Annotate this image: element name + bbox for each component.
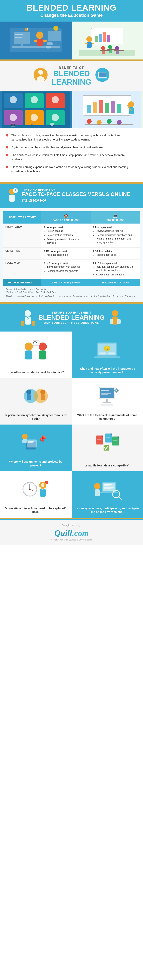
svg-point-52: [10, 96, 17, 103]
question-cell-1: 💬 How often will students meet face to f…: [0, 331, 72, 378]
svg-point-27: [101, 46, 105, 50]
benefit-item-1: The combination of live, interactive, fa…: [6, 133, 137, 142]
bullet-2: [6, 146, 8, 148]
svg-rect-159: [104, 488, 111, 489]
svg-rect-163: [95, 489, 100, 496]
benefit-item-4: Blended learning expands the walls of th…: [6, 165, 137, 173]
svg-point-111: [40, 390, 45, 395]
svg-rect-1: [12, 46, 60, 48]
svg-text:💡: 💡: [105, 347, 109, 350]
header-title-blended: BLENDED LEARNING: [4, 3, 139, 12]
activity-label-prep: PREPARATION: [3, 224, 42, 248]
col-header-activity: INSTRUCTOR ACTIVITY: [3, 212, 42, 224]
svg-point-88: [32, 321, 35, 324]
comparison-table: INSTRUCTOR ACTIVITY 🏫 FACE-TO-FACE CLASS…: [3, 212, 140, 286]
svg-rect-116: [101, 391, 107, 392]
classroom-photos-band: 📷 🎤 💬: [0, 91, 143, 128]
svg-rect-76: [85, 124, 133, 125]
benefits-section-header: BENEFITS OF BLENDED LEARNING: [0, 61, 143, 91]
activity-label-classtime: CLASS TIME: [3, 247, 42, 259]
benefit-item-3: The ability to watch instruction multipl…: [6, 153, 137, 161]
benefit-text-1: The combination of live, interactive, fa…: [11, 133, 137, 142]
divider-1: [0, 59, 143, 61]
svg-rect-118: [101, 395, 108, 395]
svg-text:✅: ✅: [103, 445, 109, 451]
svg-point-83: [25, 310, 31, 317]
svg-point-29: [108, 45, 112, 49]
table-row-preparation: PREPARATION 2 hours per week Review read…: [3, 224, 140, 248]
benefits-laptop-icon: [95, 68, 109, 84]
svg-point-148: [29, 488, 31, 490]
benefit-text-2: Digital content can be more flexible and…: [11, 145, 104, 150]
svg-rect-151: [42, 483, 44, 487]
svg-rect-137: [106, 438, 110, 438]
footer: Brought to you by: Quill.com A smarter w…: [0, 519, 143, 545]
svg-point-37: [38, 70, 43, 75]
svg-text:💬: 💬: [50, 123, 55, 127]
activity-label-followup: FOLLOW-UP: [3, 259, 42, 279]
table-note: Source: Building Online Learning Communi…: [3, 286, 140, 299]
svg-rect-43: [100, 75, 104, 75]
svg-rect-120: [103, 402, 111, 403]
table-row-followup: FOLLOW-UP 2 to 3 hours per week Individu…: [3, 259, 140, 279]
svg-rect-105: [99, 353, 106, 355]
svg-rect-34: [107, 49, 117, 50]
question-text-1: How often will students meet face to fac…: [8, 369, 64, 374]
face-class-icon: 🏫: [44, 213, 88, 218]
online-total: 18 to 19 hours per week: [91, 279, 140, 286]
benefits-pre-label: BENEFITS OF: [51, 66, 91, 70]
footer-tagline: A smarter way to do your job is, 100% of…: [4, 539, 139, 541]
time-effort-header: TIME AND EFFORT OF FACE-TO-FACE CLASSES …: [0, 184, 143, 208]
svg-rect-158: [104, 487, 114, 488]
svg-rect-33: [100, 50, 110, 51]
svg-rect-15: [47, 42, 53, 45]
svg-rect-112: [41, 395, 45, 400]
svg-rect-138: [106, 439, 111, 439]
question-text-3: Is participation synchronous/asynchronou…: [3, 412, 68, 420]
table-authors: *Review by Paloff, Pratt & Patrick from …: [6, 291, 137, 294]
svg-rect-142: [113, 442, 116, 442]
svg-point-23: [87, 36, 92, 42]
online-class-icon: 💻: [93, 213, 138, 218]
table-row-total: TOTAL FOR THE WEEK 6 1/2 to 7 hours per …: [3, 279, 140, 286]
activity-label-total: TOTAL FOR THE WEEK: [3, 279, 42, 286]
question-scene-5: 📌: [3, 428, 68, 457]
question-scene-2: 💡: [75, 336, 140, 363]
question-scene-3: [3, 382, 68, 410]
svg-text:📷: 📷: [11, 123, 15, 127]
question-scene-6: ✅: [75, 428, 140, 457]
question-cell-3: Is participation synchronous/asynchronou…: [0, 378, 72, 425]
divider-2: [0, 182, 143, 184]
time-effort-label: TIME AND EFFORT OF: [22, 188, 138, 191]
online-content-prep: 2 hours per week Review assigned reading…: [91, 224, 140, 248]
svg-rect-44: [100, 76, 103, 76]
face-content-prep: 2 hours per week Review reading Review l…: [42, 224, 91, 248]
svg-rect-8: [48, 31, 61, 41]
svg-rect-9: [15, 34, 23, 35]
svg-point-152: [45, 480, 48, 484]
svg-rect-24: [87, 42, 92, 48]
benefit-item-2: Digital content can be more flexible and…: [6, 145, 137, 150]
svg-point-56: [31, 114, 38, 121]
svg-point-109: [26, 390, 31, 395]
svg-text:💬: 💬: [33, 341, 37, 345]
svg-rect-150: [40, 489, 46, 497]
benefits-title-line1: BLENDED: [51, 70, 91, 78]
implement-right-icon: [108, 309, 123, 327]
svg-rect-157: [104, 485, 110, 486]
svg-rect-20: [99, 34, 102, 42]
svg-rect-78: [10, 195, 14, 202]
svg-text:⚙️: ⚙️: [114, 388, 119, 393]
questions-grid: 💬 How often will students meet face to f…: [0, 331, 143, 518]
question-text-6: What file formats are compatible?: [85, 463, 130, 467]
svg-rect-64: [93, 102, 97, 113]
svg-point-53: [31, 96, 38, 103]
svg-rect-66: [105, 103, 109, 113]
svg-point-162: [94, 483, 100, 489]
time-effort-icon: [5, 188, 19, 204]
table-source: Source: Building Online Learning Communi…: [6, 288, 137, 291]
svg-rect-21: [103, 32, 106, 42]
svg-rect-68: [117, 104, 121, 113]
classroom-scene-left: 📷 🎤 💬: [2, 91, 70, 128]
svg-rect-93: [117, 319, 121, 324]
